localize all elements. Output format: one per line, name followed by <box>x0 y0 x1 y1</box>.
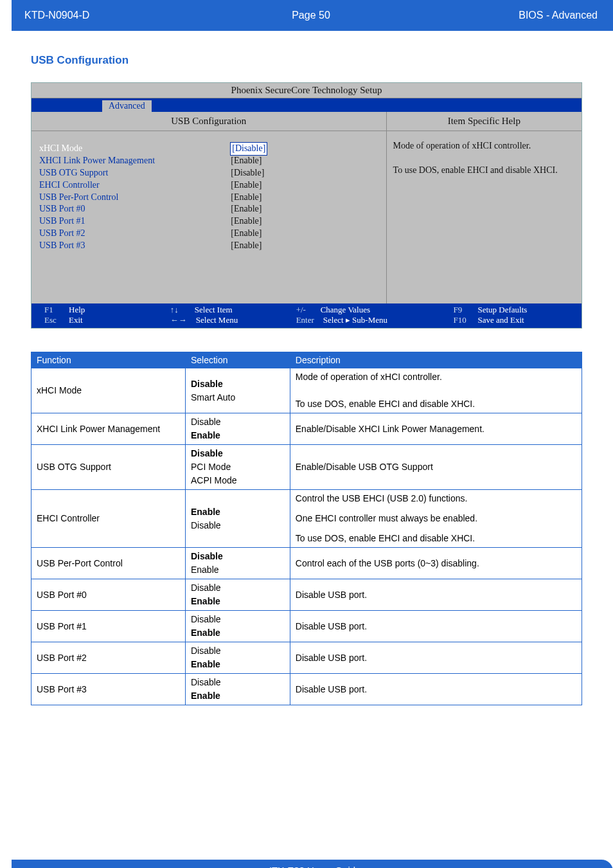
cell-description: Disable USB port. <box>290 611 582 642</box>
bios-help-text: Mode of operation of xHCI controller. To… <box>387 131 582 186</box>
bios-setting-value: [Enable] <box>231 203 378 215</box>
bios-setting-value: [Enable] <box>231 192 378 204</box>
cell-function: XHCI Link Power Management <box>31 413 186 445</box>
bios-footer-item: EnterSelect ▸ Sub-Menu <box>296 315 454 325</box>
bios-setting-row[interactable]: XHCI Link Power Management[Enable] <box>39 155 378 167</box>
bios-panel-title: USB Configuration <box>31 112 386 131</box>
table-row: USB Port #3DisableEnableDisable USB port… <box>31 674 582 705</box>
cell-selection: DisableEnable <box>185 642 290 674</box>
table-row: EHCI ControllerEnableDisableControl the … <box>31 490 582 548</box>
cell-selection: DisableEnable <box>185 413 290 445</box>
cell-function: USB Port #3 <box>31 674 186 705</box>
bios-footer: F1Help↑↓Select Item+/-Change ValuesF9Set… <box>31 303 582 328</box>
bios-footer-action: Select ▸ Sub-Menu <box>323 315 387 325</box>
th-description: Description <box>290 352 582 368</box>
bios-footer-action: Help <box>69 305 85 315</box>
table-row: USB OTG SupportDisablePCI ModeACPI ModeE… <box>31 445 582 490</box>
bios-footer-action: Change Values <box>321 305 370 315</box>
bios-footer-key: Enter <box>296 315 314 325</box>
table-row: USB Port #1DisableEnableDisable USB port… <box>31 611 582 642</box>
bios-footer-action: Select Item <box>195 305 233 315</box>
bios-footer-key: F1 <box>44 305 60 315</box>
cell-function: USB Per-Port Control <box>31 548 186 579</box>
cell-function: xHCI Mode <box>31 368 186 413</box>
table-row: XHCI Link Power ManagementDisableEnableE… <box>31 413 582 445</box>
bios-setting-value: [Disable] <box>231 143 378 155</box>
bios-footer-key: +/- <box>296 305 312 315</box>
bios-footer-key: ↑↓ <box>170 305 186 315</box>
bios-setting-label: USB Port #2 <box>39 228 231 240</box>
bios-setting-row[interactable]: USB Per-Port Control[Enable] <box>39 192 378 204</box>
cell-description: Mode of operation of xHCI controller.To … <box>290 368 582 413</box>
bios-title: Phoenix SecureCore Technology Setup <box>31 83 582 98</box>
cell-description: Control each of the USB ports (0~3) disa… <box>290 548 582 579</box>
cell-selection: DisablePCI ModeACPI Mode <box>185 445 290 490</box>
bios-setting-label: XHCI Link Power Management <box>39 155 231 167</box>
bios-setting-row[interactable]: USB Port #2[Enable] <box>39 228 378 240</box>
cell-description: Disable USB port. <box>290 579 582 611</box>
table-row: USB Port #2DisableEnableDisable USB port… <box>31 642 582 674</box>
bios-footer-action: Select Menu <box>196 315 238 325</box>
bios-tab-bar: Advanced <box>31 98 582 112</box>
cell-function: USB Port #0 <box>31 579 186 611</box>
section-title: USB Configuration <box>31 54 582 67</box>
bios-help-title: Item Specific Help <box>387 112 582 131</box>
bios-footer-item: F9Setup Defaults <box>453 305 569 315</box>
bios-footer-key: F10 <box>453 315 468 325</box>
doc-id: KTD-N0904-D <box>21 10 215 21</box>
bios-setting-label: EHCI Controller <box>39 179 231 192</box>
bios-setting-value: [Disable] <box>231 167 378 179</box>
page-header: KTD-N0904-D Page 50 BIOS - Advanced <box>0 0 613 31</box>
bios-setting-label: USB OTG Support <box>39 167 231 179</box>
bios-footer-action: Exit <box>69 315 83 325</box>
bios-setting-value: [Enable] <box>231 240 378 252</box>
cell-selection: DisableEnable <box>185 548 290 579</box>
page-footer: pITX-E38 Users Guide <box>12 860 613 868</box>
bios-setting-row[interactable]: xHCI Mode[Disable] <box>39 143 378 155</box>
bios-footer-key: Esc <box>44 315 60 325</box>
bios-setting-label: USB Per-Port Control <box>39 192 231 204</box>
cell-function: EHCI Controller <box>31 490 186 548</box>
cell-selection: DisableEnable <box>185 611 290 642</box>
header-section: BIOS - Advanced <box>407 10 598 21</box>
bios-footer-item: ↑↓Select Item <box>170 305 296 315</box>
bios-setting-row[interactable]: USB OTG Support[Disable] <box>39 167 378 179</box>
table-row: xHCI ModeDisableSmart AutoMode of operat… <box>31 368 582 413</box>
bios-setting-label: xHCI Mode <box>39 143 231 155</box>
bios-footer-item: EscExit <box>44 315 170 325</box>
cell-selection: EnableDisable <box>185 490 290 548</box>
cell-description: Enable/Disable USB OTG Support <box>290 445 582 490</box>
bios-setting-value: [Enable] <box>231 228 378 240</box>
cell-selection: DisableEnable <box>185 674 290 705</box>
bios-screenshot: Phoenix SecureCore Technology Setup Adva… <box>31 82 582 329</box>
bios-footer-item: F10Save and Exit <box>453 315 569 325</box>
th-selection: Selection <box>185 352 290 368</box>
bios-footer-key: ←→ <box>170 315 187 325</box>
cell-function: USB OTG Support <box>31 445 186 490</box>
bios-footer-item: +/-Change Values <box>296 305 454 315</box>
bios-footer-action: Save and Exit <box>477 315 524 325</box>
bios-setting-row[interactable]: USB Port #1[Enable] <box>39 215 378 228</box>
bios-tab-advanced[interactable]: Advanced <box>102 100 152 112</box>
table-row: USB Port #0DisableEnableDisable USB port… <box>31 579 582 611</box>
bios-footer-key: F9 <box>453 305 468 315</box>
page-number: Page 50 <box>215 10 406 21</box>
cell-function: USB Port #2 <box>31 642 186 674</box>
bios-setting-value: [Enable] <box>231 215 378 228</box>
cell-description: Enable/Disable XHCI Link Power Managemen… <box>290 413 582 445</box>
cell-function: USB Port #1 <box>31 611 186 642</box>
bios-settings-list: xHCI Mode[Disable]XHCI Link Power Manage… <box>31 131 386 303</box>
bios-setting-row[interactable]: USB Port #0[Enable] <box>39 203 378 215</box>
bios-setting-label: USB Port #3 <box>39 240 231 252</box>
bios-footer-item: F1Help <box>44 305 170 315</box>
th-function: Function <box>31 352 186 368</box>
cell-selection: DisableSmart Auto <box>185 368 290 413</box>
bios-setting-label: USB Port #0 <box>39 203 231 215</box>
bios-setting-row[interactable]: EHCI Controller[Enable] <box>39 179 378 192</box>
bios-setting-value: [Enable] <box>231 155 378 167</box>
bios-setting-row[interactable]: USB Port #3[Enable] <box>39 240 378 252</box>
cell-description: Disable USB port. <box>290 674 582 705</box>
table-row: USB Per-Port ControlDisableEnableControl… <box>31 548 582 579</box>
bios-setting-value: [Enable] <box>231 179 378 192</box>
description-table: Function Selection Description xHCI Mode… <box>31 352 582 705</box>
